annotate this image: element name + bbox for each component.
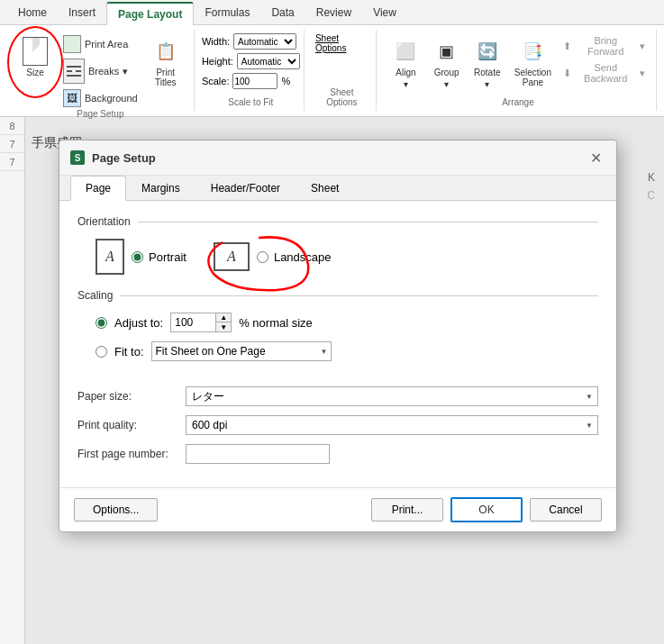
paper-size-select-wrapper: レター A4 A3 B5 (186, 386, 598, 406)
row-header-7a: 7 (0, 135, 24, 153)
dialog-tab-sheet[interactable]: Sheet (296, 176, 354, 201)
page-setup-items: Size Print Area (14, 33, 186, 109)
adjust-to-spinner: 100 ▲ ▼ (170, 313, 232, 332)
arrange-items: ⬜ Align ▾ ▣ Group ▾ 🔄 Rotate ▾ 📑 Selecti… (387, 33, 649, 97)
align-icon: ⬜ (391, 37, 420, 66)
align-button[interactable]: ⬜ Align ▾ (387, 33, 424, 93)
paper-size-label: Paper size: (77, 390, 186, 403)
ok-button[interactable]: OK (450, 497, 523, 522)
ribbon-content: Size Print Area (0, 25, 664, 115)
width-select[interactable]: Automatic (233, 33, 296, 50)
print-quality-select-wrapper: 600 dpi 300 dpi 150 dpi (186, 415, 598, 435)
bring-forward-button[interactable]: ⬆ Bring Forward ▾ (559, 33, 649, 59)
scaling-section: Scaling Adjust to: 100 ▲ ▼ % normal siz (77, 289, 598, 361)
dialog-body: Orientation A Portrait A La (59, 201, 616, 487)
rotate-icon: 🔄 (473, 37, 502, 66)
tab-insert[interactable]: Insert (58, 1, 106, 24)
ribbon: Home Insert Page Layout Formulas Data Re… (0, 0, 664, 117)
portrait-radio-label[interactable]: Portrait (132, 250, 186, 264)
paper-size-row: Paper size: レター A4 A3 B5 (77, 386, 598, 406)
row-header-7b: 7 (0, 153, 24, 171)
tab-page-layout[interactable]: Page Layout (106, 2, 194, 25)
breaks-icon (63, 59, 85, 84)
scale-items: Width: Automatic Height: Automatic Scale… (202, 33, 300, 97)
group-button[interactable]: ▣ Group ▾ (428, 33, 465, 93)
scaling-header: Scaling (77, 289, 598, 302)
bg-cell-c: C (647, 189, 655, 202)
print-button[interactable]: Print... (371, 498, 443, 522)
fit-to-select[interactable]: Fit Sheet on One Page Fit All Columns on… (151, 341, 332, 361)
dialog-tab-margins[interactable]: Margins (126, 176, 196, 201)
adjust-spin-down[interactable]: ▼ (216, 322, 231, 331)
page-setup-dialog: S Page Setup ✕ Page Margins Header/Foote… (59, 140, 617, 532)
send-backward-button[interactable]: ⬇ Send Backward ▾ (559, 60, 649, 86)
fit-to-option: Fit to: Fit Sheet on One Page Fit All Co… (96, 341, 598, 361)
print-titles-button[interactable]: 📋 Print Titles (145, 33, 186, 91)
height-select[interactable]: Automatic (237, 53, 300, 69)
background-button[interactable]: 🖼 Background (59, 87, 141, 109)
print-quality-label: Print quality: (77, 419, 186, 431)
adjust-to-radio[interactable] (96, 317, 107, 329)
dialog-tabs: Page Margins Header/Footer Sheet (59, 176, 616, 201)
ribbon-group-sheet-options: Sheet Options Sheet Options (308, 30, 377, 111)
dialog-titlebar: S Page Setup ✕ (59, 141, 616, 176)
options-button[interactable]: Options... (74, 498, 158, 522)
send-backward-icon: ⬇ (563, 68, 571, 79)
row-headers: 8 7 7 (0, 117, 25, 644)
size-icon (21, 37, 50, 66)
print-titles-icon: 📋 (151, 37, 180, 66)
portrait-option: A Portrait (96, 239, 186, 275)
breaks-button[interactable]: Breaks ▾ (59, 57, 141, 86)
fit-to-select-wrapper: Fit Sheet on One Page Fit All Columns on… (151, 341, 332, 361)
dialog-close-button[interactable]: ✕ (586, 148, 605, 168)
landscape-option: A Landscape (214, 242, 332, 271)
print-area-button[interactable]: Print Area (59, 33, 141, 55)
bring-forward-icon: ⬆ (563, 41, 571, 52)
dialog-tab-header-footer[interactable]: Header/Footer (196, 176, 296, 201)
tab-formulas[interactable]: Formulas (194, 1, 260, 24)
orientation-header: Orientation (77, 215, 598, 228)
background-icon: 🖼 (63, 89, 81, 107)
selection-pane-button[interactable]: 📑 Selection Pane (509, 33, 556, 91)
scale-group-label: Scale to Fit (205, 97, 296, 107)
print-quality-row: Print quality: 600 dpi 300 dpi 150 dpi (77, 415, 598, 435)
first-page-row: First page number: Automatic (77, 444, 598, 464)
rotate-button[interactable]: 🔄 Rotate ▾ (468, 33, 505, 93)
cancel-button[interactable]: Cancel (530, 498, 602, 522)
orientation-line (138, 222, 598, 222)
fit-to-radio[interactable] (96, 346, 107, 358)
portrait-radio[interactable] (132, 251, 143, 263)
ribbon-tabs: Home Insert Page Layout Formulas Data Re… (0, 0, 664, 25)
size-button[interactable]: Size (14, 33, 56, 81)
tab-data[interactable]: Data (260, 1, 305, 24)
print-quality-select[interactable]: 600 dpi 300 dpi 150 dpi (186, 415, 598, 435)
print-area-icon (63, 35, 81, 53)
adjust-to-input[interactable]: 100 (170, 313, 215, 332)
bg-cell-k: K (648, 171, 655, 184)
scale-input[interactable] (232, 73, 277, 89)
ribbon-group-arrange: ⬜ Align ▾ ▣ Group ▾ 🔄 Rotate ▾ 📑 Selecti… (380, 30, 657, 111)
adjust-spin-up[interactable]: ▲ (216, 313, 231, 322)
spacer (77, 376, 598, 386)
tab-home[interactable]: Home (7, 1, 58, 24)
paper-size-select[interactable]: レター A4 A3 B5 (186, 386, 598, 406)
row-header-8: 8 (0, 117, 24, 135)
selection-pane-icon: 📑 (518, 37, 547, 66)
landscape-radio[interactable] (257, 251, 268, 263)
dialog-footer: Options... Print... OK Cancel (59, 487, 616, 531)
orientation-section: Orientation A Portrait A La (77, 215, 598, 275)
group-icon: ▣ (432, 37, 461, 66)
arrange-group-label: Arrange (387, 97, 649, 107)
tab-view[interactable]: View (362, 1, 407, 24)
ribbon-group-scale: Width: Automatic Height: Automatic Scale… (198, 30, 305, 111)
dialog-tab-page[interactable]: Page (70, 176, 126, 201)
first-page-input[interactable]: Automatic (186, 444, 330, 464)
adjust-to-option: Adjust to: 100 ▲ ▼ % normal size (96, 313, 598, 332)
tab-review[interactable]: Review (305, 1, 362, 24)
portrait-icon: A (96, 239, 124, 275)
dialog-app-icon: S (70, 150, 85, 165)
landscape-radio-label[interactable]: Landscape (257, 250, 332, 264)
scaling-options: Adjust to: 100 ▲ ▼ % normal size Fit to: (77, 313, 598, 361)
orientation-options: A Portrait A Landscape (77, 239, 598, 275)
ribbon-group-page-setup: Size Print Area (7, 30, 195, 111)
